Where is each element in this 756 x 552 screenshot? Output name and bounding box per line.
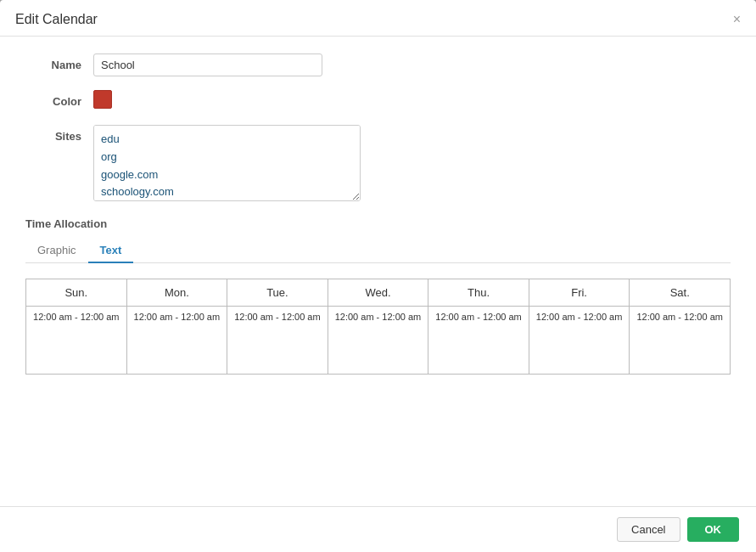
tabs-row: Graphic Text [25, 239, 731, 263]
cancel-button[interactable]: Cancel [617, 517, 680, 542]
tab-graphic[interactable]: Graphic [25, 239, 88, 263]
modal-title: Edit Calendar [15, 12, 98, 27]
cell-thu: 12:00 am - 12:00 am [428, 307, 529, 375]
col-sat: Sat. [630, 279, 731, 307]
close-button[interactable]: × [733, 13, 741, 26]
color-row: Color [25, 90, 731, 111]
col-mon: Mon. [126, 279, 227, 307]
col-thu: Thu. [428, 279, 529, 307]
sites-row: Sites edu org google.com schoology.com [25, 125, 731, 204]
cell-wed: 12:00 am - 12:00 am [328, 307, 428, 375]
color-control-wrap [93, 90, 731, 111]
modal-body: Name Color Sites edu org google.com scho… [0, 37, 756, 506]
cell-fri: 12:00 am - 12:00 am [529, 307, 630, 375]
col-wed: Wed. [328, 279, 428, 307]
cell-mon: 12:00 am - 12:00 am [126, 307, 227, 375]
edit-calendar-modal: Edit Calendar × Name Color Sites [0, 0, 756, 552]
name-input-wrap [93, 54, 731, 76]
table-header-row: Sun. Mon. Tue. Wed. Thu. Fri. Sat. [26, 279, 731, 307]
color-swatch[interactable] [93, 90, 112, 109]
table-row: 12:00 am - 12:00 am 12:00 am - 12:00 am … [26, 307, 731, 375]
time-allocation-label: Time Allocation [25, 217, 731, 230]
sites-textarea[interactable]: edu org google.com schoology.com [93, 125, 361, 201]
modal-overlay: Edit Calendar × Name Color Sites [0, 0, 756, 552]
col-sun: Sun. [26, 279, 127, 307]
sites-label: Sites [25, 125, 93, 143]
name-row: Name [25, 54, 731, 76]
time-section: Sun. Mon. Tue. Wed. Thu. Fri. Sat. [25, 279, 731, 375]
cell-sun: 12:00 am - 12:00 am [26, 307, 127, 375]
col-tue: Tue. [227, 279, 328, 307]
col-fri: Fri. [529, 279, 630, 307]
tab-text[interactable]: Text [88, 239, 134, 263]
modal-header: Edit Calendar × [0, 0, 756, 37]
cell-sat: 12:00 am - 12:00 am [630, 307, 731, 375]
name-label: Name [25, 54, 93, 71]
time-allocation-section: Time Allocation Graphic Text Sun. Mon. T… [25, 217, 731, 375]
name-input[interactable] [93, 54, 322, 76]
modal-footer: Cancel OK [0, 506, 756, 552]
ok-button[interactable]: OK [687, 517, 740, 542]
color-label: Color [25, 90, 93, 108]
time-table: Sun. Mon. Tue. Wed. Thu. Fri. Sat. [25, 279, 731, 375]
cell-tue: 12:00 am - 12:00 am [227, 307, 328, 375]
sites-input-wrap: edu org google.com schoology.com [93, 125, 731, 204]
